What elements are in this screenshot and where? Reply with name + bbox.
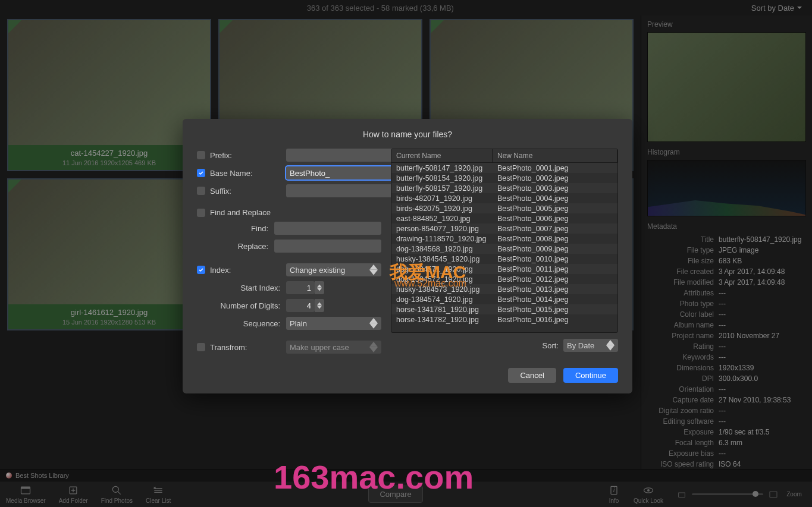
- base-name-checkbox[interactable]: [197, 169, 205, 177]
- table-row[interactable]: husky-1384573_1920.jpgBestPhoto_0013.jpe…: [391, 284, 617, 294]
- col-current: Current Name: [391, 149, 493, 162]
- table-row[interactable]: drawing-1118570_1920.jpgBestPhoto_0008.j…: [391, 234, 617, 244]
- suffix-input[interactable]: [286, 184, 393, 197]
- base-name-label: Base Name:: [210, 169, 286, 178]
- table-row[interactable]: horse-1341782_1920.jpgBestPhoto_0016.jpe…: [391, 314, 617, 325]
- table-row[interactable]: dog-1384571_1920.jpgBestPhoto_0011.jpeg: [391, 264, 617, 274]
- dialog-title: How to name your files?: [197, 130, 618, 139]
- sort-select[interactable]: By Date: [563, 339, 618, 352]
- base-name-input[interactable]: [286, 166, 393, 180]
- table-row[interactable]: dog-1384572_1920.jpgBestPhoto_0012.jpeg: [391, 274, 617, 284]
- continue-button[interactable]: Continue: [563, 368, 618, 383]
- cancel-button[interactable]: Cancel: [508, 368, 556, 383]
- suffix-checkbox[interactable]: [197, 187, 205, 195]
- sequence-label: Sequence:: [197, 319, 286, 328]
- table-row[interactable]: dog-1384568_1920.jpgBestPhoto_0009.jpeg: [391, 244, 617, 254]
- replace-input[interactable]: [274, 240, 381, 253]
- table-row[interactable]: dog-1384574_1920.jpgBestPhoto_0014.jpeg: [391, 294, 617, 304]
- digits-label: Number of Digits:: [197, 301, 286, 310]
- table-row[interactable]: butterfly-508154_1920.jpgBestPhoto_0002.…: [391, 173, 617, 183]
- find-label: Find:: [197, 224, 274, 233]
- prefix-label: Prefix:: [210, 151, 286, 160]
- index-mode-select[interactable]: Change existing: [286, 263, 381, 276]
- transform-select[interactable]: Make upper case: [286, 341, 381, 354]
- prefix-input[interactable]: [286, 149, 393, 162]
- table-row[interactable]: husky-1384545_1920.jpgBestPhoto_0010.jpe…: [391, 254, 617, 264]
- table-row[interactable]: birds-482075_1920.jpgBestPhoto_0005.jpeg: [391, 203, 617, 213]
- find-replace-label: Find and Replace: [210, 208, 271, 217]
- sort-label: Sort:: [543, 341, 559, 350]
- start-index-input[interactable]: [286, 281, 315, 294]
- table-row[interactable]: horse-1341781_1920.jpgBestPhoto_0015.jpe…: [391, 304, 617, 314]
- find-input[interactable]: [274, 222, 381, 235]
- table-row[interactable]: east-884852_1920.jpgBestPhoto_0006.jpeg: [391, 213, 617, 223]
- table-row[interactable]: butterfly-508157_1920.jpgBestPhoto_0003.…: [391, 183, 617, 193]
- replace-label: Replace:: [197, 242, 274, 251]
- start-index-label: Start Index:: [197, 284, 286, 292]
- sequence-select[interactable]: Plain: [286, 317, 381, 330]
- transform-checkbox[interactable]: [197, 343, 205, 351]
- suffix-label: Suffix:: [210, 187, 286, 196]
- digits-input[interactable]: [286, 299, 315, 312]
- start-index-stepper[interactable]: [315, 281, 324, 294]
- index-checkbox[interactable]: [197, 266, 205, 274]
- index-label: Index:: [210, 266, 286, 275]
- transform-label: Transfrom:: [210, 343, 286, 352]
- table-row[interactable]: birds-482071_1920.jpgBestPhoto_0004.jpeg: [391, 193, 617, 203]
- rename-dialog: How to name your files? Prefix: Base Nam…: [183, 119, 632, 393]
- rename-table: Current Name New Name butterfly-508147_1…: [391, 149, 618, 333]
- table-row[interactable]: butterfly-508147_1920.jpgBestPhoto_0001.…: [391, 163, 617, 173]
- digits-stepper[interactable]: [315, 299, 324, 312]
- find-replace-checkbox[interactable]: [197, 209, 205, 217]
- prefix-checkbox[interactable]: [197, 151, 205, 159]
- table-row[interactable]: person-854077_1920.jpgBestPhoto_0007.jpe…: [391, 223, 617, 234]
- col-new: New Name: [493, 149, 617, 162]
